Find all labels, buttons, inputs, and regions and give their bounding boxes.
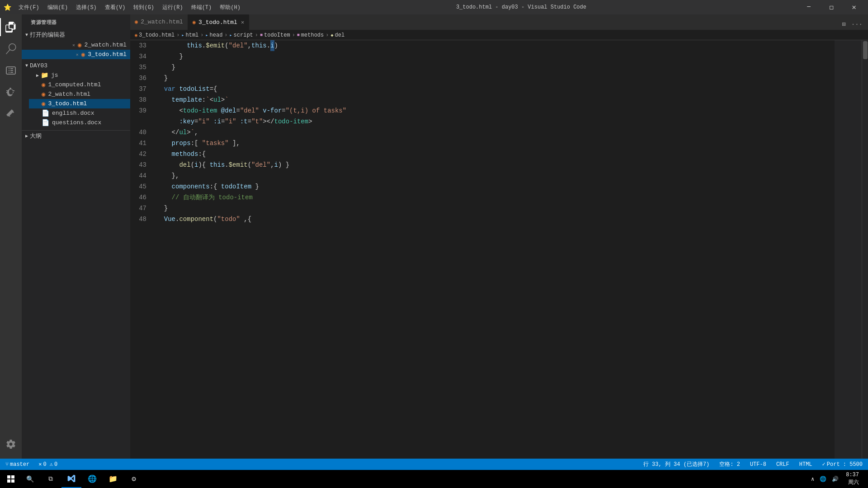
activity-settings[interactable] xyxy=(0,433,22,455)
menu-goto[interactable]: 转到(G) xyxy=(130,2,158,13)
menu-view[interactable]: 查看(V) xyxy=(101,2,129,13)
taskbar-files[interactable]: 📁 xyxy=(103,470,123,488)
start-button[interactable] xyxy=(2,470,20,488)
taskbar-vscode[interactable] xyxy=(61,470,81,488)
close-icon[interactable]: ✕ xyxy=(72,42,75,48)
close-button[interactable]: ✕ xyxy=(844,0,864,14)
line-ending[interactable]: CRLF xyxy=(774,461,791,468)
open-editor-watch[interactable]: ✕ ◉ 2_watch.html xyxy=(22,40,130,50)
breadcrumb-del[interactable]: ◆ del xyxy=(330,32,344,38)
menu-terminal[interactable]: 终端(T) xyxy=(188,2,216,13)
taskbar-search[interactable]: 🔍 xyxy=(20,470,40,488)
windows-taskbar: 🔍 ⧉ 🌐 📁 ⚙ ∧ 🌐 🔊 8:37 周六 xyxy=(0,470,868,488)
split-editor-button[interactable]: ⊞ xyxy=(840,19,847,30)
breadcrumb-sep-5: › xyxy=(292,32,295,38)
head-bc-icon: ▸ xyxy=(206,33,208,38)
menu-file[interactable]: 文件(F) xyxy=(15,2,43,13)
activity-extensions[interactable] xyxy=(0,103,22,125)
file-english[interactable]: 📄 english.docx xyxy=(29,108,130,118)
live-server-port[interactable]: ✓ Port : 5500 xyxy=(821,461,864,468)
outline-label: 大纲 xyxy=(30,132,42,140)
titlebar: ⭐ 文件(F) 编辑(E) 选择(S) 查看(V) 转到(G) 运行(R) 终端… xyxy=(0,0,868,14)
encoding[interactable]: UTF-8 xyxy=(748,461,768,468)
error-count: 0 xyxy=(43,461,46,468)
language-text: HTML xyxy=(799,461,812,468)
day03-files: ▶ 📁 js ◉ 1_computed.html ◉ 2_watch.html … xyxy=(22,70,130,127)
breadcrumb-file-label: 3_todo.html xyxy=(139,32,175,38)
code-line-43: del(i){ this.$emit("del",i) } xyxy=(156,160,835,170)
taskbar-task-view[interactable]: ⧉ xyxy=(41,470,61,488)
close-icon-2[interactable]: ✕ xyxy=(76,52,79,57)
file-questions[interactable]: 📄 questions.docx xyxy=(29,118,130,127)
svg-rect-0 xyxy=(7,475,10,479)
breadcrumb-methods-label: methods xyxy=(301,32,324,38)
breadcrumb-script[interactable]: ▸ script xyxy=(230,32,253,38)
code-line-45: components:{ todoItem } xyxy=(156,181,835,192)
file-watch[interactable]: ◉ 2_watch.html xyxy=(29,89,130,99)
taskbar-edge[interactable]: 🌐 xyxy=(82,470,102,488)
file-computed[interactable]: ◉ 1_computed.html xyxy=(29,80,130,89)
day03-toggle[interactable]: ▼ DAY03 xyxy=(22,61,130,70)
tab-todo[interactable]: ◉ 3_todo.html ✕ xyxy=(188,14,249,30)
breadcrumb-methods[interactable]: ■ methods xyxy=(297,32,324,38)
file-questions-name: questions.docx xyxy=(52,119,101,126)
code-editor[interactable]: 33 34 35 36 37 38 39 40 41 42 43 44 45 4… xyxy=(130,40,868,459)
menu-run[interactable]: 运行(R) xyxy=(159,2,187,13)
breadcrumb-head[interactable]: ▸ head xyxy=(206,32,223,38)
activity-explorer[interactable] xyxy=(0,16,22,38)
tab-watch[interactable]: ◉ 2_watch.html xyxy=(130,14,188,30)
port-text: Port : 5500 xyxy=(827,461,863,468)
breadcrumb-todoitem[interactable]: ■ todoItem xyxy=(260,32,290,38)
breadcrumb-sep-6: › xyxy=(326,32,329,38)
maximize-button[interactable]: ◻ xyxy=(821,0,842,14)
tray-volume[interactable]: 🔊 xyxy=(830,476,840,483)
tray-network[interactable]: 🌐 xyxy=(818,476,828,483)
outline-toggle[interactable]: ▶ 大纲 xyxy=(22,130,130,141)
errors-warnings[interactable]: ✕ 0 ⚠ 0 xyxy=(37,461,59,468)
breadcrumb-html-label: html xyxy=(185,32,198,38)
indentation[interactable]: 空格: 2 xyxy=(717,460,742,468)
taskbar-clock[interactable]: 8:37 周六 xyxy=(842,471,863,487)
breadcrumb-sep-3: › xyxy=(224,32,227,38)
code-content[interactable]: this.$emit("del",this.i) } } } var tod xyxy=(153,40,835,459)
breadcrumb-head-label: head xyxy=(210,32,223,38)
open-editor-todo[interactable]: ✕ ◉ 3_todo.html xyxy=(22,50,130,59)
menu-help[interactable]: 帮助(H) xyxy=(216,2,244,13)
day03-label: DAY03 xyxy=(30,62,47,69)
svg-rect-1 xyxy=(11,475,14,479)
activity-debug[interactable] xyxy=(0,81,22,103)
taskbar-chrome[interactable]: ⚙ xyxy=(124,470,144,488)
error-icon: ✕ xyxy=(38,461,42,468)
language-mode[interactable]: HTML xyxy=(797,461,814,468)
chevron-down-icon-2: ▼ xyxy=(25,63,28,68)
breadcrumb-file[interactable]: ◉ 3_todo.html xyxy=(135,32,175,38)
minimize-button[interactable]: − xyxy=(798,0,819,14)
editor-area: ◉ 2_watch.html ◉ 3_todo.html ✕ ⊞ ··· ◉ 3… xyxy=(130,14,868,459)
file-todo[interactable]: ◉ 3_todo.html xyxy=(29,99,130,108)
menu-select[interactable]: 选择(S) xyxy=(72,2,100,13)
activity-search[interactable] xyxy=(0,38,22,60)
breadcrumb-html[interactable]: ▸ html xyxy=(181,32,198,38)
tab-todo-label: 3_todo.html xyxy=(198,19,237,26)
tab-todo-close[interactable]: ✕ xyxy=(241,19,244,26)
open-editors-label: 打开的编辑器 xyxy=(30,31,65,39)
tray-chevron[interactable]: ∧ xyxy=(809,476,816,483)
warning-count: 0 xyxy=(54,461,57,468)
window-controls: − ◻ ✕ xyxy=(798,0,864,14)
folder-js[interactable]: ▶ 📁 js xyxy=(29,70,130,80)
menu-edit[interactable]: 编辑(E) xyxy=(44,2,72,13)
check-icon: ✓ xyxy=(822,461,826,468)
taskbar-tray: ∧ 🌐 🔊 8:37 周六 xyxy=(809,471,866,487)
clock-time: 8:37 xyxy=(846,471,859,479)
cursor-position[interactable]: 行 33, 列 34 (已选择7) xyxy=(642,460,711,468)
folder-icon: 📁 xyxy=(41,71,48,79)
line-ending-text: CRLF xyxy=(776,461,789,468)
vscode-logo-icon: ⭐ xyxy=(4,4,11,11)
del-bc-icon: ◆ xyxy=(330,33,333,38)
file-todo-name: 3_todo.html xyxy=(48,100,87,107)
more-actions-button[interactable]: ··· xyxy=(849,19,864,30)
activity-scm[interactable] xyxy=(0,60,22,81)
vertical-scrollbar[interactable] xyxy=(862,40,868,459)
open-editors-toggle[interactable]: ▼ 打开的编辑器 xyxy=(22,29,130,40)
git-branch[interactable]: ⑂ master xyxy=(4,461,31,468)
